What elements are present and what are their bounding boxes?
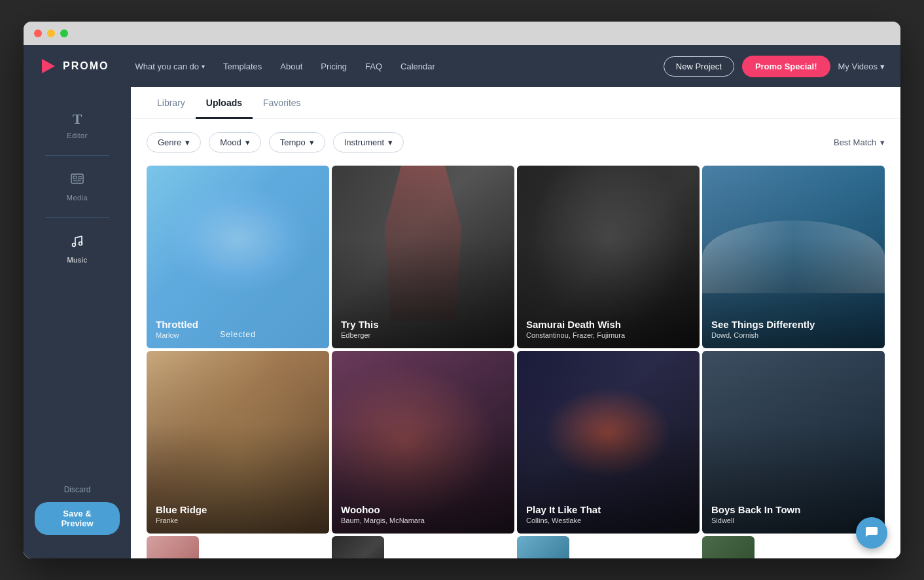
sidebar-editor-label: Editor bbox=[67, 132, 88, 139]
instrument-chevron: ▾ bbox=[388, 137, 393, 147]
sort-label: Best Match bbox=[834, 137, 876, 147]
nav-calendar[interactable]: Calendar bbox=[400, 62, 435, 71]
discard-button[interactable]: Discard bbox=[64, 485, 91, 494]
play-it-artists: Collins, Westlake bbox=[526, 517, 690, 524]
music-card-row3-2[interactable] bbox=[332, 536, 384, 558]
sidebar-music-label: Music bbox=[67, 256, 87, 264]
nav-faq-label: FAQ bbox=[365, 62, 382, 71]
traffic-light-yellow[interactable] bbox=[47, 29, 55, 37]
nav-pricing[interactable]: Pricing bbox=[321, 62, 347, 71]
my-videos-button[interactable]: My Videos ▾ bbox=[838, 62, 885, 71]
media-icon bbox=[70, 172, 84, 190]
nav-items: What you can do ▾ Templates About Pricin… bbox=[135, 62, 642, 71]
new-project-button[interactable]: New Project bbox=[664, 56, 734, 77]
sidebar-item-music[interactable]: Music bbox=[24, 223, 131, 274]
save-preview-button[interactable]: Save & Preview bbox=[35, 502, 120, 535]
promo-special-button[interactable]: Promo Special! bbox=[742, 56, 830, 77]
nav-templates[interactable]: Templates bbox=[223, 62, 262, 71]
samurai-artists: Constantinou, Frazer, Fujimura bbox=[526, 331, 690, 339]
sidebar-item-media[interactable]: Media bbox=[24, 161, 131, 212]
svg-marker-0 bbox=[42, 59, 55, 73]
main-layout: T Editor Media bbox=[24, 87, 900, 558]
nav-what-you-can-do[interactable]: What you can do ▾ bbox=[135, 62, 205, 71]
nav-what-you-can-do-label: What you can do bbox=[135, 62, 199, 71]
music-icon bbox=[70, 234, 84, 252]
chat-bubble-icon bbox=[864, 524, 879, 542]
music-card-try-this[interactable]: Try This Edberger bbox=[332, 166, 514, 348]
boys-back-title: Boys Back In Town bbox=[711, 504, 876, 515]
sidebar-media-label: Media bbox=[67, 194, 88, 202]
nav-about[interactable]: About bbox=[280, 62, 302, 71]
woohoo-title: Woohoo bbox=[341, 504, 505, 515]
editor-icon: T bbox=[73, 111, 82, 128]
traffic-light-red[interactable] bbox=[34, 29, 42, 37]
nav-what-you-can-do-chevron: ▾ bbox=[202, 63, 205, 70]
sort-button[interactable]: Best Match ▾ bbox=[834, 137, 885, 147]
samurai-title: Samurai Death Wish bbox=[526, 319, 690, 330]
see-things-overlay: See Things Differently Dowd, Cornish bbox=[702, 166, 885, 348]
logo-text: PROMO bbox=[63, 60, 109, 72]
sidebar-divider-2 bbox=[45, 217, 109, 218]
sidebar-divider-1 bbox=[45, 155, 109, 156]
music-card-row3-4[interactable] bbox=[702, 536, 755, 558]
throttled-overlay: Throttled Marlow bbox=[147, 166, 329, 348]
tab-favorites[interactable]: Favorites bbox=[253, 87, 311, 119]
my-videos-label: My Videos bbox=[838, 62, 878, 71]
play-it-title: Play It Like That bbox=[526, 504, 690, 515]
nav-pricing-label: Pricing bbox=[321, 62, 347, 71]
music-card-woohoo[interactable]: Woohoo Baum, Margis, McNamara bbox=[332, 351, 514, 534]
music-card-boys-back[interactable]: Boys Back In Town Sidwell bbox=[702, 351, 885, 534]
tab-library[interactable]: Library bbox=[147, 87, 196, 119]
nav-about-label: About bbox=[280, 62, 302, 71]
filter-instrument[interactable]: Instrument ▾ bbox=[333, 132, 404, 153]
nav-actions: New Project Promo Special! My Videos ▾ bbox=[664, 56, 885, 77]
music-card-row3-1[interactable] bbox=[147, 536, 199, 558]
music-card-see-things[interactable]: See Things Differently Dowd, Cornish bbox=[702, 166, 885, 348]
play-it-overlay: Play It Like That Collins, Westlake bbox=[517, 351, 700, 534]
browser-content: PROMO What you can do ▾ Templates About … bbox=[24, 45, 900, 558]
svg-rect-2 bbox=[73, 176, 77, 179]
see-things-title: See Things Differently bbox=[711, 319, 876, 330]
filter-tempo[interactable]: Tempo ▾ bbox=[269, 132, 325, 153]
genre-chevron: ▾ bbox=[185, 137, 190, 147]
filter-genre[interactable]: Genre ▾ bbox=[147, 132, 201, 153]
music-card-blue-ridge[interactable]: Blue Ridge Franke bbox=[147, 351, 329, 534]
blue-ridge-title: Blue Ridge bbox=[156, 504, 320, 515]
see-things-artists: Dowd, Cornish bbox=[711, 331, 876, 339]
throttled-title: Throttled bbox=[156, 319, 320, 330]
sidebar-item-editor[interactable]: T Editor bbox=[24, 100, 131, 150]
boys-back-artists: Sidwell bbox=[711, 517, 876, 524]
nav-calendar-label: Calendar bbox=[400, 62, 435, 71]
nav-templates-label: Templates bbox=[223, 62, 262, 71]
browser-chrome bbox=[24, 22, 900, 45]
tempo-chevron: ▾ bbox=[310, 137, 314, 147]
svg-point-6 bbox=[73, 244, 76, 247]
music-grid: Throttled Marlow Selected Try This Edber… bbox=[131, 166, 900, 558]
chat-bubble-button[interactable] bbox=[856, 517, 887, 549]
try-this-overlay: Try This Edberger bbox=[332, 166, 514, 348]
try-this-artists: Edberger bbox=[341, 331, 505, 339]
music-card-samurai[interactable]: Samurai Death Wish Constantinou, Frazer,… bbox=[517, 166, 700, 348]
blue-ridge-overlay: Blue Ridge Franke bbox=[147, 351, 329, 534]
filter-mood[interactable]: Mood ▾ bbox=[209, 132, 261, 153]
sidebar: T Editor Media bbox=[24, 87, 131, 558]
music-card-row3-3[interactable] bbox=[517, 536, 569, 558]
tabs-bar: Library Uploads Favorites bbox=[131, 87, 900, 119]
woohoo-overlay: Woohoo Baum, Margis, McNamara bbox=[332, 351, 514, 534]
try-this-title: Try This bbox=[341, 319, 505, 330]
music-card-play-it[interactable]: Play It Like That Collins, Westlake bbox=[517, 351, 700, 534]
promo-logo-icon bbox=[39, 57, 58, 75]
filters-bar: Genre ▾ Mood ▾ Tempo ▾ Instrument ▾ bbox=[131, 119, 900, 166]
my-videos-chevron: ▾ bbox=[880, 62, 885, 71]
nav-faq[interactable]: FAQ bbox=[365, 62, 382, 71]
tab-uploads[interactable]: Uploads bbox=[196, 87, 253, 119]
throttled-selected-label: Selected bbox=[147, 330, 329, 339]
sort-chevron: ▾ bbox=[880, 137, 885, 147]
music-card-throttled[interactable]: Throttled Marlow Selected bbox=[147, 166, 329, 348]
browser-window: PROMO What you can do ▾ Templates About … bbox=[24, 22, 900, 558]
blue-ridge-artists: Franke bbox=[156, 517, 320, 524]
traffic-light-green[interactable] bbox=[60, 29, 68, 37]
svg-point-7 bbox=[79, 242, 82, 245]
woohoo-artists: Baum, Margis, McNamara bbox=[341, 517, 505, 524]
logo-area[interactable]: PROMO bbox=[39, 57, 109, 75]
